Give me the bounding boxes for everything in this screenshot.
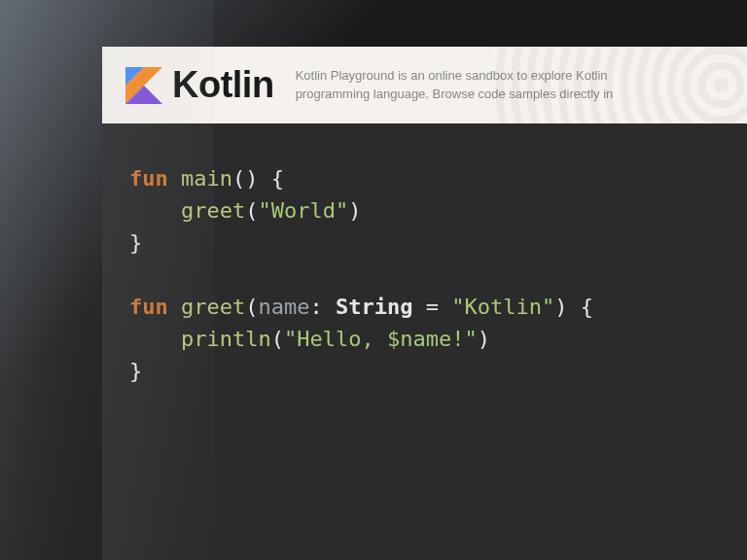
code-line-3: } xyxy=(129,227,720,259)
tagline-text: Kotlin Playground is an online sandbox t… xyxy=(296,67,614,102)
code-line-1: fun main() { xyxy=(129,162,720,194)
code-editor[interactable]: fun main() { greet("World") } fun greet(… xyxy=(102,123,747,426)
code-line-4 xyxy=(129,259,720,291)
code-line-6: println("Hello, $name!") xyxy=(129,323,720,355)
kotlin-logo-block: Kotlin xyxy=(125,64,274,106)
tagline-line-1: Kotlin Playground is an online sandbox t… xyxy=(296,67,614,85)
device-frame: Kotlin Kotlin Playground is an online sa… xyxy=(0,0,747,560)
code-line-7: } xyxy=(129,355,720,387)
code-line-5: fun greet(name: String = "Kotlin") { xyxy=(129,291,720,323)
playground-header: Kotlin Kotlin Playground is an online sa… xyxy=(102,47,747,123)
tagline-line-2: programming language. Browse code sample… xyxy=(296,86,614,103)
kotlin-logo-icon xyxy=(125,67,162,104)
code-line-2: greet("World") xyxy=(129,194,720,227)
brand-name: Kotlin xyxy=(172,64,274,106)
screen-area: Kotlin Kotlin Playground is an online sa… xyxy=(102,47,747,560)
